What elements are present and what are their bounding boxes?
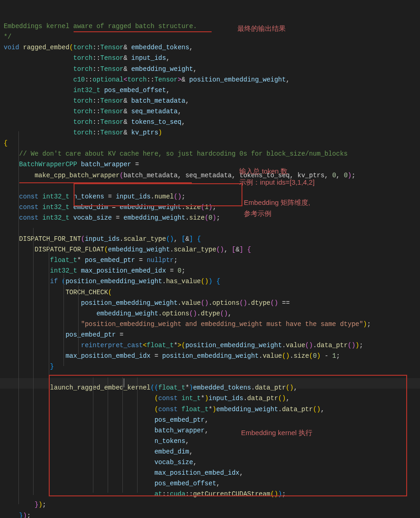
annotation-output-result: 最终的输出结果 bbox=[237, 23, 286, 35]
underline-embedded-tokens bbox=[74, 31, 212, 32]
underline-ntokens bbox=[19, 182, 192, 183]
comment-line: Embeddings kernel aware of ragged batch … bbox=[4, 23, 197, 30]
annotation-ref-example: 参考示例 bbox=[244, 208, 271, 220]
annotation-kernel-exec: Embedding kernel 执行 bbox=[241, 427, 312, 439]
comment-end: */ bbox=[4, 33, 12, 41]
text-cursor bbox=[124, 378, 124, 387]
code-editor[interactable]: Embeddings kernel aware of ragged batch … bbox=[0, 0, 420, 518]
annotation-token-count: 输入总 token 数 bbox=[239, 166, 288, 177]
annotation-embedding-dim: Embedding 矩阵维度, bbox=[244, 197, 310, 209]
annotation-example-ids: 示例：input ids=[3,1,4,2] bbox=[239, 177, 315, 188]
